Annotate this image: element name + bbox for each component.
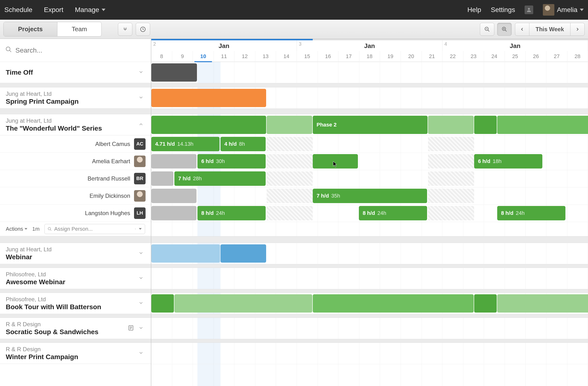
schedule-bar[interactable] — [151, 244, 220, 263]
allocation-bar[interactable]: 7 h/d28h — [174, 171, 266, 186]
timeline-day[interactable]: 26 — [525, 51, 546, 62]
nav-manage[interactable]: Manage — [75, 6, 105, 14]
timeline-day[interactable]: 24 — [484, 51, 505, 62]
timeline-day[interactable]: 11 — [214, 51, 235, 62]
allocation-bar[interactable]: 6 h/d18h — [474, 154, 542, 168]
expand-toggle[interactable] — [136, 67, 146, 77]
schedule-bar[interactable] — [428, 116, 474, 134]
timeline-lane[interactable] — [151, 268, 588, 289]
timeline-lane[interactable] — [151, 293, 588, 314]
allocation-bar[interactable]: 4.71 h/d14.13h — [151, 137, 220, 151]
timeline-day[interactable]: 28 — [567, 51, 588, 62]
person-row[interactable]: Bertrand RussellBR — [0, 170, 151, 187]
timeline-lane[interactable]: 8 h/d24h8 h/d24h8 h/d24h — [151, 204, 588, 222]
expand-toggle[interactable] — [136, 323, 146, 333]
project-row[interactable]: Time Off — [0, 62, 151, 83]
timeline-lane[interactable] — [151, 62, 588, 83]
timeline-day[interactable]: 8 — [151, 51, 172, 62]
schedule-bar[interactable] — [220, 244, 266, 263]
allocation-bar[interactable] — [151, 189, 196, 203]
timeline-lane[interactable] — [151, 318, 588, 339]
person-row[interactable]: Emily Dickinson — [0, 187, 151, 204]
timeline-lane[interactable]: 7 h/d28h — [151, 170, 588, 187]
user-menu[interactable]: Amelia — [543, 4, 584, 16]
assign-dropdown-button[interactable] — [135, 228, 145, 230]
nav-help[interactable]: Help — [467, 6, 481, 14]
timeline-day[interactable]: 12 — [234, 51, 255, 62]
allocation-bar[interactable] — [151, 171, 173, 186]
allocation-bar[interactable]: 8 h/d24h — [359, 206, 427, 220]
tab-team[interactable]: Team — [57, 22, 102, 36]
timeline-day[interactable]: 15 — [297, 51, 318, 62]
allocation-bar[interactable]: 8 h/d24h — [497, 206, 566, 220]
search-input[interactable] — [15, 47, 146, 54]
actions-menu[interactable]: Actions — [6, 226, 27, 232]
schedule-bar[interactable] — [313, 294, 474, 313]
allocation-bar[interactable]: 8 h/d24h — [197, 206, 266, 220]
project-row[interactable]: Jung at Heart, LtdSpring Print Campaign — [0, 87, 151, 108]
zoom-in-button[interactable] — [497, 23, 512, 36]
allocation-bar[interactable]: 4 h/d8h — [220, 137, 266, 151]
timeline-lane[interactable] — [151, 343, 588, 364]
timeline-lane[interactable]: 4.71 h/d14.13h4 h/d8h — [151, 135, 588, 153]
expand-all-button[interactable] — [118, 23, 132, 36]
schedule-bar[interactable]: Phase 2 — [313, 116, 428, 134]
schedule-bar[interactable] — [174, 294, 312, 313]
project-row[interactable]: Philosofree, LtdAwesome Webinar — [0, 268, 151, 289]
allocation-bar[interactable] — [151, 206, 196, 220]
timeline-lane[interactable] — [151, 243, 588, 264]
person-row[interactable]: Albert CamusAC — [0, 135, 151, 153]
timeline-day[interactable]: 19 — [380, 51, 401, 62]
timeline-day[interactable]: 10 — [193, 51, 214, 62]
timeline-day[interactable]: 21 — [422, 51, 443, 62]
project-row[interactable]: R & R DesignSocratic Soup & Sandwiches — [0, 318, 151, 339]
this-week-button[interactable]: This Week — [529, 23, 570, 36]
person-row[interactable]: Langston HughesLH — [0, 204, 151, 222]
schedule-bar[interactable] — [497, 116, 588, 134]
person-row[interactable]: Amelia Earhart — [0, 153, 151, 170]
timeline-day[interactable]: 14 — [276, 51, 297, 62]
assign-person-combo[interactable]: Assign Person... — [44, 224, 145, 234]
project-row[interactable]: Philosofree, LtdBook Tour with Will Batt… — [0, 293, 151, 314]
timeline-day[interactable]: 25 — [505, 51, 526, 62]
schedule-bar[interactable] — [267, 116, 312, 134]
nav-export[interactable]: Export — [44, 6, 63, 14]
zoom-out-button[interactable] — [480, 23, 494, 36]
schedule-bar[interactable] — [151, 116, 266, 134]
next-week-button[interactable] — [570, 23, 584, 36]
timeline[interactable]: 2Jan3Jan4Jan 891011121314151617181920212… — [151, 39, 588, 386]
project-row[interactable]: R & R DesignWinter Print Campaign — [0, 343, 151, 364]
expand-toggle[interactable] — [136, 93, 146, 103]
schedule-bar[interactable] — [151, 63, 197, 81]
timeline-day[interactable]: 17 — [338, 51, 359, 62]
tab-projects[interactable]: Projects — [4, 22, 57, 36]
timeline-day[interactable]: 22 — [442, 51, 463, 62]
timeline-lane[interactable] — [151, 87, 588, 108]
timeline-day[interactable]: 20 — [401, 51, 422, 62]
nav-settings[interactable]: Settings — [491, 6, 515, 14]
expand-toggle[interactable] — [136, 348, 146, 358]
timeline-day[interactable]: 23 — [463, 51, 484, 62]
schedule-bar[interactable] — [151, 89, 266, 107]
timeline-day[interactable]: 9 — [172, 51, 193, 62]
expand-toggle[interactable] — [136, 120, 146, 130]
prev-week-button[interactable] — [515, 23, 529, 36]
nav-schedule[interactable]: Schedule — [4, 6, 32, 14]
schedule-bar[interactable] — [474, 294, 497, 313]
notifications-icon[interactable] — [525, 5, 533, 14]
timeline-day[interactable]: 27 — [546, 51, 567, 62]
schedule-bar[interactable] — [497, 294, 588, 313]
timeline-day[interactable]: 16 — [318, 51, 339, 62]
allocation-bar[interactable] — [151, 154, 196, 168]
timeline-day[interactable]: 13 — [255, 51, 276, 62]
schedule-bar[interactable] — [151, 294, 174, 313]
allocation-bar[interactable]: 7 h/d35h — [313, 189, 427, 203]
timeline-lane[interactable]: 6 h/d30h6 h/d18h — [151, 153, 588, 170]
note-icon[interactable] — [128, 325, 134, 332]
project-row[interactable]: Jung at Heart, LtdWebinar — [0, 243, 151, 264]
time-mode-button[interactable] — [136, 23, 150, 36]
expand-toggle[interactable] — [136, 248, 146, 258]
schedule-bar[interactable] — [474, 116, 497, 134]
allocation-bar[interactable]: 6 h/d30h — [197, 154, 266, 168]
timeline-lane[interactable]: 7 h/d35h — [151, 187, 588, 204]
